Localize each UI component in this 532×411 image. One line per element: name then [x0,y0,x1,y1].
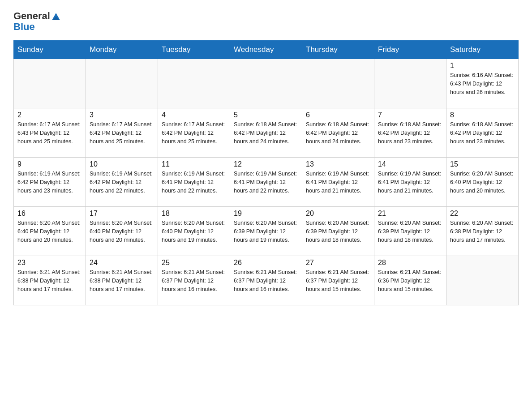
calendar-cell: 11Sunrise: 6:19 AM Sunset: 6:41 PM Dayli… [158,158,230,207]
logo-text-blue: Blue [13,21,61,32]
calendar-cell: 28Sunrise: 6:21 AM Sunset: 6:36 PM Dayli… [374,256,446,305]
day-number: 18 [162,210,226,218]
calendar-cell [446,256,519,305]
calendar-header: SundayMondayTuesdayWednesdayThursdayFrid… [14,41,519,59]
day-number: 23 [17,259,82,267]
calendar-table: SundayMondayTuesdayWednesdayThursdayFrid… [13,40,519,305]
day-info: Sunrise: 6:21 AM Sunset: 6:36 PM Dayligh… [378,268,442,293]
day-info: Sunrise: 6:21 AM Sunset: 6:37 PM Dayligh… [234,268,298,293]
calendar-cell [14,59,86,108]
calendar-cell: 20Sunrise: 6:20 AM Sunset: 6:39 PM Dayli… [302,207,374,256]
day-number: 16 [17,210,82,218]
calendar-cell: 18Sunrise: 6:20 AM Sunset: 6:40 PM Dayli… [158,207,230,256]
day-number: 5 [234,111,298,119]
logo: General Blue [13,11,61,32]
calendar-cell: 2Sunrise: 6:17 AM Sunset: 6:43 PM Daylig… [14,108,86,158]
weekday-header-wednesday: Wednesday [230,41,302,59]
weekday-header-saturday: Saturday [446,41,519,59]
calendar-cell: 27Sunrise: 6:21 AM Sunset: 6:37 PM Dayli… [302,256,374,305]
calendar-cell: 6Sunrise: 6:18 AM Sunset: 6:42 PM Daylig… [302,108,374,158]
day-info: Sunrise: 6:18 AM Sunset: 6:42 PM Dayligh… [306,120,370,146]
day-number: 22 [450,210,515,218]
day-info: Sunrise: 6:20 AM Sunset: 6:39 PM Dayligh… [306,219,370,244]
day-info: Sunrise: 6:17 AM Sunset: 6:42 PM Dayligh… [90,120,154,146]
week-row-4: 16Sunrise: 6:20 AM Sunset: 6:40 PM Dayli… [14,207,519,256]
day-number: 26 [234,259,298,267]
weekday-header-row: SundayMondayTuesdayWednesdayThursdayFrid… [14,41,519,59]
calendar-cell: 12Sunrise: 6:19 AM Sunset: 6:41 PM Dayli… [230,158,302,207]
calendar-cell: 13Sunrise: 6:19 AM Sunset: 6:41 PM Dayli… [302,158,374,207]
day-info: Sunrise: 6:21 AM Sunset: 6:37 PM Dayligh… [162,268,226,293]
day-number: 20 [306,210,370,218]
calendar-cell: 23Sunrise: 6:21 AM Sunset: 6:38 PM Dayli… [14,256,86,305]
calendar-cell [302,59,374,108]
day-number: 14 [378,160,442,168]
calendar-cell [230,59,302,108]
week-row-5: 23Sunrise: 6:21 AM Sunset: 6:38 PM Dayli… [14,256,519,305]
day-number: 17 [90,210,154,218]
day-info: Sunrise: 6:16 AM Sunset: 6:43 PM Dayligh… [450,71,515,96]
day-info: Sunrise: 6:18 AM Sunset: 6:42 PM Dayligh… [378,120,442,146]
day-number: 4 [162,111,226,119]
calendar-body: 1Sunrise: 6:16 AM Sunset: 6:43 PM Daylig… [14,59,519,305]
day-info: Sunrise: 6:20 AM Sunset: 6:38 PM Dayligh… [450,219,515,244]
day-info: Sunrise: 6:19 AM Sunset: 6:41 PM Dayligh… [162,170,226,195]
weekday-header-sunday: Sunday [14,41,86,59]
week-row-3: 9Sunrise: 6:19 AM Sunset: 6:42 PM Daylig… [14,158,519,207]
calendar-cell: 8Sunrise: 6:18 AM Sunset: 6:42 PM Daylig… [446,108,519,158]
calendar-cell: 26Sunrise: 6:21 AM Sunset: 6:37 PM Dayli… [230,256,302,305]
day-info: Sunrise: 6:17 AM Sunset: 6:42 PM Dayligh… [162,120,226,146]
calendar-cell: 15Sunrise: 6:20 AM Sunset: 6:40 PM Dayli… [446,158,519,207]
day-number: 25 [162,259,226,267]
day-info: Sunrise: 6:19 AM Sunset: 6:41 PM Dayligh… [378,170,442,195]
calendar-cell: 14Sunrise: 6:19 AM Sunset: 6:41 PM Dayli… [374,158,446,207]
page-header: General Blue [13,11,519,32]
day-number: 8 [450,111,515,119]
day-number: 24 [90,259,154,267]
week-row-2: 2Sunrise: 6:17 AM Sunset: 6:43 PM Daylig… [14,108,519,158]
calendar-cell: 17Sunrise: 6:20 AM Sunset: 6:40 PM Dayli… [86,207,158,256]
day-number: 1 [450,62,515,70]
weekday-header-monday: Monday [86,41,158,59]
calendar-cell: 19Sunrise: 6:20 AM Sunset: 6:39 PM Dayli… [230,207,302,256]
day-number: 28 [378,259,442,267]
calendar-cell: 16Sunrise: 6:20 AM Sunset: 6:40 PM Dayli… [14,207,86,256]
day-number: 19 [234,210,298,218]
day-info: Sunrise: 6:20 AM Sunset: 6:40 PM Dayligh… [90,219,154,244]
calendar-cell: 1Sunrise: 6:16 AM Sunset: 6:43 PM Daylig… [446,59,519,108]
day-info: Sunrise: 6:20 AM Sunset: 6:39 PM Dayligh… [234,219,298,244]
day-number: 6 [306,111,370,119]
day-info: Sunrise: 6:19 AM Sunset: 6:42 PM Dayligh… [17,170,82,195]
calendar-cell [374,59,446,108]
calendar-cell: 22Sunrise: 6:20 AM Sunset: 6:38 PM Dayli… [446,207,519,256]
calendar-cell: 7Sunrise: 6:18 AM Sunset: 6:42 PM Daylig… [374,108,446,158]
day-info: Sunrise: 6:18 AM Sunset: 6:42 PM Dayligh… [234,120,298,146]
calendar-cell: 4Sunrise: 6:17 AM Sunset: 6:42 PM Daylig… [158,108,230,158]
calendar-cell: 21Sunrise: 6:20 AM Sunset: 6:39 PM Dayli… [374,207,446,256]
day-number: 15 [450,160,515,168]
logo-text-general: General [13,11,50,21]
week-row-1: 1Sunrise: 6:16 AM Sunset: 6:43 PM Daylig… [14,59,519,108]
calendar-cell: 10Sunrise: 6:19 AM Sunset: 6:42 PM Dayli… [86,158,158,207]
day-number: 12 [234,160,298,168]
logo-triangle-icon [51,11,61,21]
day-info: Sunrise: 6:17 AM Sunset: 6:43 PM Dayligh… [17,120,82,146]
day-info: Sunrise: 6:20 AM Sunset: 6:40 PM Dayligh… [450,170,515,195]
calendar-cell [86,59,158,108]
day-number: 21 [378,210,442,218]
day-number: 11 [162,160,226,168]
day-info: Sunrise: 6:19 AM Sunset: 6:42 PM Dayligh… [90,170,154,195]
day-number: 13 [306,160,370,168]
calendar-cell: 3Sunrise: 6:17 AM Sunset: 6:42 PM Daylig… [86,108,158,158]
calendar-cell [158,59,230,108]
weekday-header-thursday: Thursday [302,41,374,59]
day-info: Sunrise: 6:19 AM Sunset: 6:41 PM Dayligh… [306,170,370,195]
calendar-cell: 24Sunrise: 6:21 AM Sunset: 6:38 PM Dayli… [86,256,158,305]
calendar-cell: 9Sunrise: 6:19 AM Sunset: 6:42 PM Daylig… [14,158,86,207]
day-number: 9 [17,160,82,168]
day-number: 7 [378,111,442,119]
day-number: 3 [90,111,154,119]
weekday-header-tuesday: Tuesday [158,41,230,59]
weekday-header-friday: Friday [374,41,446,59]
day-number: 2 [17,111,82,119]
